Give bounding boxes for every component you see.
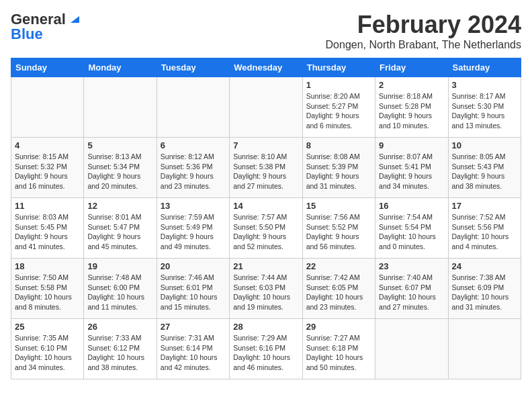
calendar-cell-w1d4: 8Sunrise: 8:08 AM Sunset: 5:39 PM Daylig…: [302, 138, 375, 198]
calendar-cell-w4d0: 25Sunrise: 7:35 AM Sunset: 6:10 PM Dayli…: [11, 319, 84, 379]
calendar-cell-w4d2: 27Sunrise: 7:31 AM Sunset: 6:14 PM Dayli…: [157, 319, 229, 379]
weekday-header-wednesday: Wednesday: [230, 58, 302, 77]
weekday-header-thursday: Thursday: [302, 58, 375, 77]
day-number: 9: [379, 140, 444, 150]
calendar-cell-w2d0: 11Sunrise: 8:03 AM Sunset: 5:45 PM Dayli…: [11, 198, 84, 259]
day-number: 10: [452, 140, 517, 150]
day-info: Sunrise: 7:59 AM Sunset: 5:49 PM Dayligh…: [161, 212, 226, 252]
header: General Blue February 2024 Dongen, North…: [11, 11, 521, 51]
day-info: Sunrise: 7:27 AM Sunset: 6:18 PM Dayligh…: [306, 333, 371, 373]
calendar-cell-w2d1: 12Sunrise: 8:01 AM Sunset: 5:47 PM Dayli…: [84, 198, 157, 259]
calendar-cell-w0d0: [11, 77, 84, 138]
day-number: 13: [161, 201, 226, 211]
day-number: 23: [379, 261, 444, 271]
day-number: 29: [306, 322, 371, 332]
calendar-cell-w3d2: 20Sunrise: 7:46 AM Sunset: 6:01 PM Dayli…: [157, 259, 229, 319]
day-info: Sunrise: 7:44 AM Sunset: 6:03 PM Dayligh…: [233, 273, 298, 312]
day-number: 18: [15, 261, 80, 271]
day-number: 20: [161, 261, 226, 271]
day-info: Sunrise: 7:40 AM Sunset: 6:07 PM Dayligh…: [379, 273, 444, 312]
day-info: Sunrise: 7:50 AM Sunset: 5:58 PM Dayligh…: [15, 273, 80, 312]
title-area: February 2024 Dongen, North Brabant, The…: [326, 11, 521, 51]
day-info: Sunrise: 8:05 AM Sunset: 5:43 PM Dayligh…: [452, 152, 517, 191]
day-info: Sunrise: 8:12 AM Sunset: 5:36 PM Dayligh…: [161, 152, 226, 191]
calendar-cell-w1d3: 7Sunrise: 8:10 AM Sunset: 5:38 PM Daylig…: [230, 138, 302, 198]
day-number: 17: [452, 201, 517, 211]
day-info: Sunrise: 8:18 AM Sunset: 5:28 PM Dayligh…: [379, 91, 444, 131]
logo-triangle-icon: [67, 12, 79, 24]
calendar-table: SundayMondayTuesdayWednesdayThursdayFrid…: [11, 58, 521, 379]
day-number: 3: [452, 80, 517, 90]
calendar-cell-w0d5: 2Sunrise: 8:18 AM Sunset: 5:28 PM Daylig…: [375, 77, 448, 138]
day-info: Sunrise: 8:13 AM Sunset: 5:34 PM Dayligh…: [87, 152, 152, 191]
day-info: Sunrise: 8:07 AM Sunset: 5:41 PM Dayligh…: [379, 152, 444, 191]
day-info: Sunrise: 7:57 AM Sunset: 5:50 PM Dayligh…: [233, 212, 298, 252]
calendar-cell-w2d4: 15Sunrise: 7:56 AM Sunset: 5:52 PM Dayli…: [302, 198, 375, 259]
day-number: 28: [233, 322, 298, 332]
day-number: 27: [161, 322, 226, 332]
day-info: Sunrise: 7:29 AM Sunset: 6:16 PM Dayligh…: [233, 333, 298, 373]
day-info: Sunrise: 8:08 AM Sunset: 5:39 PM Dayligh…: [306, 152, 371, 191]
logo: General Blue: [11, 11, 79, 43]
calendar-cell-w3d4: 22Sunrise: 7:42 AM Sunset: 6:05 PM Dayli…: [302, 259, 375, 319]
logo-blue: Blue: [11, 26, 43, 43]
day-info: Sunrise: 7:46 AM Sunset: 6:01 PM Dayligh…: [161, 273, 226, 312]
day-number: 14: [233, 201, 298, 211]
calendar-cell-w4d1: 26Sunrise: 7:33 AM Sunset: 6:12 PM Dayli…: [84, 319, 157, 379]
day-info: Sunrise: 8:15 AM Sunset: 5:32 PM Dayligh…: [15, 152, 80, 191]
weekday-header-tuesday: Tuesday: [157, 58, 229, 77]
calendar-cell-w1d1: 5Sunrise: 8:13 AM Sunset: 5:34 PM Daylig…: [84, 138, 157, 198]
day-info: Sunrise: 7:48 AM Sunset: 6:00 PM Dayligh…: [87, 273, 152, 312]
day-number: 2: [379, 80, 444, 90]
calendar-cell-w0d2: [157, 77, 229, 138]
day-info: Sunrise: 7:42 AM Sunset: 6:05 PM Dayligh…: [306, 273, 371, 312]
day-info: Sunrise: 8:10 AM Sunset: 5:38 PM Dayligh…: [233, 152, 298, 191]
calendar-cell-w2d6: 17Sunrise: 7:52 AM Sunset: 5:56 PM Dayli…: [448, 198, 521, 259]
day-number: 4: [15, 140, 80, 150]
calendar-cell-w2d2: 13Sunrise: 7:59 AM Sunset: 5:49 PM Dayli…: [157, 198, 229, 259]
weekday-header-sunday: Sunday: [11, 58, 84, 77]
day-number: 8: [306, 140, 371, 150]
day-number: 19: [87, 261, 152, 271]
calendar-cell-w2d3: 14Sunrise: 7:57 AM Sunset: 5:50 PM Dayli…: [230, 198, 302, 259]
day-number: 21: [233, 261, 298, 271]
calendar-cell-w2d5: 16Sunrise: 7:54 AM Sunset: 5:54 PM Dayli…: [375, 198, 448, 259]
day-info: Sunrise: 8:03 AM Sunset: 5:45 PM Dayligh…: [15, 212, 80, 252]
day-number: 6: [161, 140, 226, 150]
day-number: 1: [306, 80, 371, 90]
day-number: 26: [87, 322, 152, 332]
day-info: Sunrise: 7:56 AM Sunset: 5:52 PM Dayligh…: [306, 212, 371, 252]
day-number: 16: [379, 201, 444, 211]
calendar-cell-w4d3: 28Sunrise: 7:29 AM Sunset: 6:16 PM Dayli…: [230, 319, 302, 379]
calendar-cell-w0d3: [230, 77, 302, 138]
calendar-cell-w0d1: [84, 77, 157, 138]
calendar-cell-w3d1: 19Sunrise: 7:48 AM Sunset: 6:00 PM Dayli…: [84, 259, 157, 319]
calendar-cell-w4d5: [375, 319, 448, 379]
location-title: Dongen, North Brabant, The Netherlands: [326, 39, 521, 51]
day-number: 5: [87, 140, 152, 150]
calendar-cell-w1d5: 9Sunrise: 8:07 AM Sunset: 5:41 PM Daylig…: [375, 138, 448, 198]
svg-marker-0: [71, 16, 79, 23]
day-number: 15: [306, 201, 371, 211]
day-info: Sunrise: 8:01 AM Sunset: 5:47 PM Dayligh…: [87, 212, 152, 252]
calendar-cell-w1d0: 4Sunrise: 8:15 AM Sunset: 5:32 PM Daylig…: [11, 138, 84, 198]
day-number: 7: [233, 140, 298, 150]
calendar-cell-w3d5: 23Sunrise: 7:40 AM Sunset: 6:07 PM Dayli…: [375, 259, 448, 319]
day-info: Sunrise: 7:33 AM Sunset: 6:12 PM Dayligh…: [87, 333, 152, 373]
weekday-header-saturday: Saturday: [448, 58, 521, 77]
day-info: Sunrise: 7:38 AM Sunset: 6:09 PM Dayligh…: [452, 273, 517, 312]
day-number: 22: [306, 261, 371, 271]
calendar-cell-w0d6: 3Sunrise: 8:17 AM Sunset: 5:30 PM Daylig…: [448, 77, 521, 138]
calendar-cell-w3d6: 24Sunrise: 7:38 AM Sunset: 6:09 PM Dayli…: [448, 259, 521, 319]
calendar-cell-w1d2: 6Sunrise: 8:12 AM Sunset: 5:36 PM Daylig…: [157, 138, 229, 198]
calendar-cell-w3d0: 18Sunrise: 7:50 AM Sunset: 5:58 PM Dayli…: [11, 259, 84, 319]
calendar-cell-w4d4: 29Sunrise: 7:27 AM Sunset: 6:18 PM Dayli…: [302, 319, 375, 379]
day-number: 11: [15, 201, 80, 211]
day-info: Sunrise: 8:20 AM Sunset: 5:27 PM Dayligh…: [306, 91, 371, 131]
month-title: February 2024: [326, 11, 521, 39]
calendar-cell-w4d6: [448, 319, 521, 379]
day-number: 25: [15, 322, 80, 332]
day-info: Sunrise: 7:31 AM Sunset: 6:14 PM Dayligh…: [161, 333, 226, 373]
calendar-cell-w1d6: 10Sunrise: 8:05 AM Sunset: 5:43 PM Dayli…: [448, 138, 521, 198]
day-number: 24: [452, 261, 517, 271]
